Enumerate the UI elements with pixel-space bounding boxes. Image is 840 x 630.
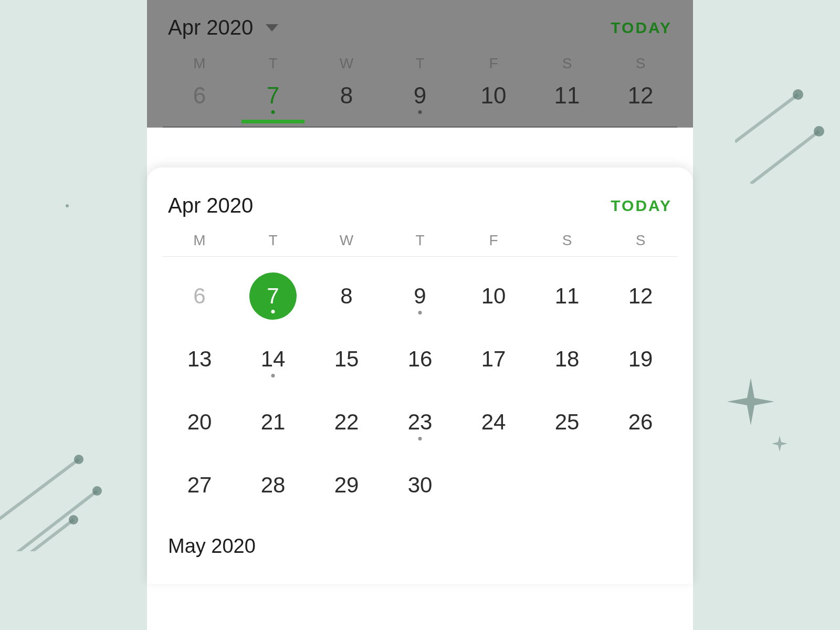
picker-day-labels-row: MTWTFSS: [163, 232, 677, 257]
picker-day-cell[interactable]: 9: [383, 272, 457, 335]
picker-day-cell[interactable]: 6: [163, 272, 236, 335]
picker-day-number: 19: [617, 335, 664, 383]
picker-day-label: T: [236, 232, 310, 249]
picker-day-cell: [604, 461, 677, 524]
picker-day-number: 25: [543, 398, 591, 446]
week-day-cell[interactable]: 12: [604, 82, 677, 123]
picker-day-number: 24: [470, 398, 517, 446]
picker-day-number: 27: [176, 461, 223, 509]
picker-day-number: 8: [323, 272, 370, 320]
picker-day-cell[interactable]: 7: [236, 272, 310, 335]
event-dot-icon: [418, 311, 422, 314]
picker-day-label: M: [163, 232, 236, 249]
picker-day-label: W: [310, 232, 383, 249]
picker-day-number: 23: [396, 398, 444, 446]
event-dot-icon: [418, 110, 422, 114]
picker-day-number: 20: [176, 398, 223, 446]
picker-day-number: 7: [249, 272, 297, 320]
picker-day-cell: [457, 461, 530, 524]
week-day-label: W: [310, 55, 383, 79]
picker-day-number: 6: [176, 272, 223, 320]
picker-day-label: T: [383, 232, 457, 249]
picker-day-number: 15: [323, 335, 370, 383]
picker-day-number: 10: [470, 272, 517, 320]
picker-day-cell[interactable]: 19: [604, 335, 677, 398]
week-day-label: M: [163, 55, 236, 79]
picker-day-number: 11: [543, 272, 591, 320]
week-day-label: S: [530, 55, 604, 79]
week-day-label: T: [236, 55, 310, 79]
picker-day-number: 17: [470, 335, 517, 383]
week-divider: [163, 127, 677, 128]
svg-point-3: [814, 126, 824, 136]
picker-day-label: F: [457, 232, 530, 249]
week-day-label: F: [457, 55, 530, 79]
picker-day-cell[interactable]: 16: [383, 335, 457, 398]
picker-day-number: 14: [249, 335, 297, 383]
week-day-label: T: [383, 55, 457, 79]
picker-day-number: 22: [323, 398, 370, 446]
week-day-cell[interactable]: 10: [457, 82, 530, 123]
picker-day-cell[interactable]: 14: [236, 335, 310, 398]
picker-day-cell[interactable]: 26: [604, 398, 677, 461]
event-dot-icon: [271, 374, 275, 377]
picker-day-cell[interactable]: 23: [383, 398, 457, 461]
picker-day-cell[interactable]: 12: [604, 272, 677, 335]
svg-line-10: [0, 520, 74, 551]
svg-point-1: [793, 89, 803, 100]
picker-day-cell[interactable]: 11: [530, 272, 604, 335]
picker-day-number: 21: [249, 398, 297, 446]
week-day-labels-row: MTWTFSS: [163, 55, 677, 82]
picker-day-cell[interactable]: 18: [530, 335, 604, 398]
picker-day-label: S: [530, 232, 604, 249]
svg-line-8: [5, 491, 97, 551]
svg-point-9: [69, 515, 78, 524]
picker-day-number: 16: [396, 335, 444, 383]
picker-day-number: 13: [176, 335, 223, 383]
week-day-cell[interactable]: 11: [530, 82, 604, 123]
svg-point-0: [66, 204, 69, 207]
picker-day-cell[interactable]: 30: [383, 461, 457, 524]
picker-day-number: 9: [396, 272, 444, 320]
svg-line-2: [735, 94, 798, 142]
week-day-label: S: [604, 55, 677, 79]
picker-day-label: S: [604, 232, 677, 249]
month-picker-sheet: Apr 2020 TODAY MTWTFSS 67891011121314151…: [147, 167, 693, 584]
month-dropdown[interactable]: Apr 2020: [168, 16, 278, 39]
picker-day-cell[interactable]: 21: [236, 398, 310, 461]
picker-day-cell[interactable]: 20: [163, 398, 236, 461]
picker-day-cell[interactable]: 28: [236, 461, 310, 524]
picker-day-cell[interactable]: 29: [310, 461, 383, 524]
picker-day-cell[interactable]: 15: [310, 335, 383, 398]
picker-day-cell[interactable]: 24: [457, 398, 530, 461]
picker-month-grid: 6789101112131415161718192021222324252627…: [163, 257, 677, 524]
picker-month-label: Apr 2020: [168, 194, 253, 217]
event-dot-icon: [418, 437, 422, 440]
picker-day-cell[interactable]: 27: [163, 461, 236, 524]
today-button[interactable]: TODAY: [611, 19, 672, 37]
picker-day-number: 29: [323, 461, 370, 509]
next-month-label: May 2020: [163, 524, 677, 573]
week-day-cell[interactable]: 7: [236, 82, 310, 123]
picker-day-cell[interactable]: 17: [457, 335, 530, 398]
picker-day-cell[interactable]: 22: [310, 398, 383, 461]
week-view-header: Apr 2020 TODAY MTWTFSS 6789101112: [147, 0, 693, 128]
picker-day-cell[interactable]: 13: [163, 335, 236, 398]
event-dot-icon: [271, 110, 275, 114]
picker-day-cell[interactable]: 8: [310, 272, 383, 335]
svg-point-5: [74, 455, 83, 464]
picker-day-cell[interactable]: 25: [530, 398, 604, 461]
picker-today-button[interactable]: TODAY: [611, 197, 672, 215]
event-dot-icon: [271, 310, 275, 313]
picker-day-number: 26: [617, 398, 664, 446]
week-day-cell[interactable]: 9: [383, 82, 457, 123]
month-label: Apr 2020: [168, 16, 253, 39]
svg-line-6: [0, 459, 79, 522]
picker-day-cell[interactable]: 10: [457, 272, 530, 335]
picker-day-number: 28: [249, 461, 297, 509]
week-day-cell[interactable]: 6: [163, 82, 236, 123]
chevron-down-icon: [266, 24, 278, 32]
week-day-cell[interactable]: 8: [310, 82, 383, 123]
picker-day-cell: [530, 461, 604, 524]
week-day-numbers-row: 6789101112: [163, 82, 677, 127]
